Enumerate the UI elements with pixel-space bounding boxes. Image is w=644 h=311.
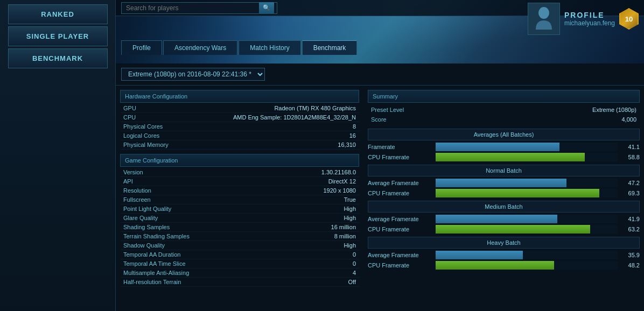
bar-value: 47.2 [621,180,640,186]
row-value: 1920 x 1080 [273,186,359,195]
row-key: Multisample Anti-Aliasing [120,268,273,278]
normal-batch-header: Normal Batch [368,165,640,176]
bar-label: Average Framerate [368,216,432,222]
search-button[interactable]: 🔍 [259,2,274,14]
table-row: Preset LevelExtreme (1080p) [368,105,640,115]
row-key: Fullscreen [120,195,273,204]
row-key: Shading Samples [120,223,273,232]
sidebar-btn-benchmark[interactable]: BENCHMARK [8,48,108,68]
bar-fill [436,261,554,270]
row-value: 4,000 [487,115,640,124]
tab-profile[interactable]: Profile [121,40,162,55]
tab-match-history[interactable]: Match History [239,40,300,55]
preset-select[interactable]: Extreme (1080p) on 2016-08-09 22:41:36 * [121,68,265,81]
profile-info: PROFILE michaelyuan.feng [564,11,615,27]
table-row: APIDirectX 12 [120,177,359,186]
row-value: 8 million [273,232,359,241]
table-row: Point Light QualityHigh [120,204,359,214]
table-row: Multisample Anti-Aliasing4 [120,268,359,278]
svg-point-0 [538,7,549,19]
bar-fill [436,225,590,234]
averages-header: Averages (All Batches) [368,129,640,140]
bar-row: CPU Framerate 63.2 [368,225,640,234]
row-value: 8 [188,122,359,131]
row-value: 16,310 [188,140,359,150]
tab-benchmark[interactable]: Benchmark [302,40,358,55]
bar-row: CPU Framerate 69.3 [368,189,640,197]
normal-batch-bars: Average Framerate 47.2 CPU Framerate 69.… [368,179,640,197]
table-row: Physical Memory16,310 [120,140,359,150]
bar-row: Average Framerate 35.9 [368,251,640,259]
table-row: Terrain Shading Samples8 million [120,232,359,241]
bar-label: CPU Framerate [368,226,432,232]
bar-value: 41.1 [621,144,640,150]
bar-label: Average Framerate [368,252,432,258]
level-number: 10 [625,15,633,23]
main-content: 🔍 PROFILE michaelyuan.feng 10 ProfileAsc… [116,0,644,311]
search-input[interactable] [122,4,259,12]
profile-title: PROFILE [564,11,615,19]
row-key: Half-resolution Terrain [120,278,273,287]
tab-ascendency-wars[interactable]: Ascendency Wars [163,40,237,55]
tabs: ProfileAscendency WarsMatch HistoryBench… [116,40,362,55]
bar-container [436,215,618,223]
profile-username: michaelyuan.feng [564,19,615,27]
bar-label: Framerate [368,144,432,150]
row-value: High [273,241,359,250]
level-badge: 10 [619,8,639,30]
row-value: Radeon (TM) RX 480 Graphics [188,104,359,113]
table-row: Physical Cores8 [120,122,359,131]
row-value: True [273,195,359,204]
bar-value: 58.8 [621,154,640,160]
bar-fill [436,251,523,259]
avatar-image [533,5,555,32]
bar-label: CPU Framerate [368,154,432,160]
row-key: Point Light Quality [120,204,273,214]
game-config-table: Version1.30.21168.0APIDirectX 12Resoluti… [120,168,359,287]
bar-fill [436,215,557,223]
hardware-table: GPURadeon (TM) RX 480 GraphicsCPUAMD Eng… [120,104,359,150]
row-value: Off [273,278,359,287]
game-config-section-header: Game Configuration [120,154,359,167]
row-key: Resolution [120,186,273,195]
medium-batch-header: Medium Batch [368,201,640,213]
table-row: Shadow QualityHigh [120,241,359,250]
summary-table: Preset LevelExtreme (1080p)Score4,000 [368,105,640,124]
sidebar-btn-ranked[interactable]: RANKED [8,4,108,24]
bar-row: CPU Framerate 48.2 [368,261,640,270]
bar-fill [436,189,599,197]
row-key: Terrain Shading Samples [120,232,273,241]
summary-header: Summary [368,90,640,103]
sidebar-btn-single-player[interactable]: SINGLE PLAYER [8,26,108,46]
row-value: 1.30.21168.0 [273,168,359,177]
bar-value: 35.9 [621,252,640,258]
row-key: Physical Cores [120,122,188,131]
bar-fill [436,143,559,151]
right-column: Summary Preset LevelExtreme (1080p)Score… [363,86,644,295]
row-value: Extreme (1080p) [487,105,640,115]
bar-fill [436,179,566,187]
table-row: Version1.30.21168.0 [120,168,359,177]
sidebar: RANKEDSINGLE PLAYERBENCHMARK [0,0,116,311]
bar-value: 48.2 [621,262,640,268]
bar-value: 63.2 [621,226,640,232]
row-key: GPU [120,104,188,113]
bar-container [436,179,618,187]
medium-batch-bars: Average Framerate 41.9 CPU Framerate 63.… [368,215,640,234]
bar-container [436,189,618,197]
bar-label: CPU Framerate [368,262,432,268]
heavy-batch-header: Heavy Batch [368,237,640,249]
row-value: 16 [188,131,359,140]
table-row: Temporal AA Time Slice0 [120,259,359,268]
row-value: 16 million [273,223,359,232]
row-value: 4 [273,268,359,278]
table-row: Glare QualityHigh [120,214,359,223]
bar-label: Average Framerate [368,180,432,186]
hardware-section-header: Hardware Configuration [120,90,359,103]
row-value: 0 [273,250,359,259]
bar-row: Framerate 41.1 [368,143,640,151]
table-row: FullscreenTrue [120,195,359,204]
bar-container [436,153,618,161]
search-container: 🔍 [121,2,277,14]
row-key: Version [120,168,273,177]
